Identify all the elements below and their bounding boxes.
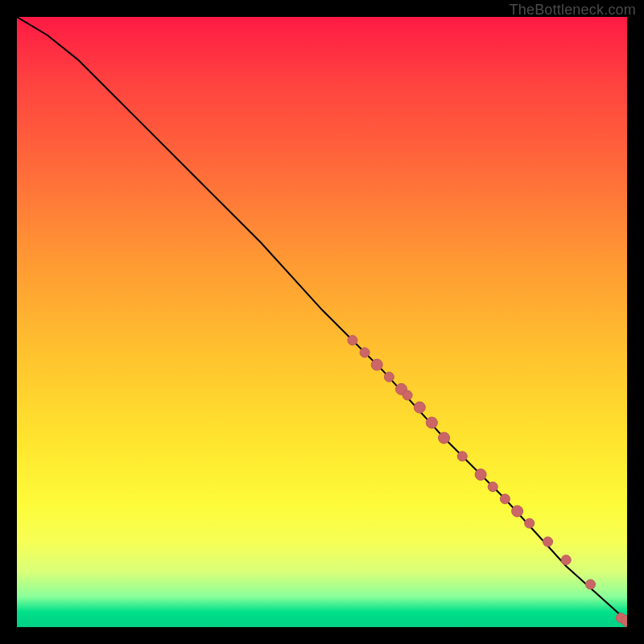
data-point xyxy=(500,494,510,504)
data-point xyxy=(384,372,394,382)
data-point xyxy=(439,432,450,444)
data-point xyxy=(561,555,571,565)
data-point xyxy=(586,580,596,589)
data-point xyxy=(426,417,437,428)
data-point xyxy=(475,469,486,481)
data-point xyxy=(360,348,369,357)
data-point xyxy=(488,482,497,492)
data-point xyxy=(543,537,553,547)
chart-overlay xyxy=(17,17,627,627)
trend-curve xyxy=(17,17,627,621)
data-point xyxy=(512,506,523,517)
data-point xyxy=(457,452,467,461)
chart-area xyxy=(17,17,627,627)
data-point xyxy=(525,518,535,528)
data-point xyxy=(414,402,425,413)
attribution-text: TheBottleneck.com xyxy=(510,2,636,19)
data-point xyxy=(402,390,412,400)
data-point xyxy=(371,359,382,370)
data-point xyxy=(348,336,357,345)
